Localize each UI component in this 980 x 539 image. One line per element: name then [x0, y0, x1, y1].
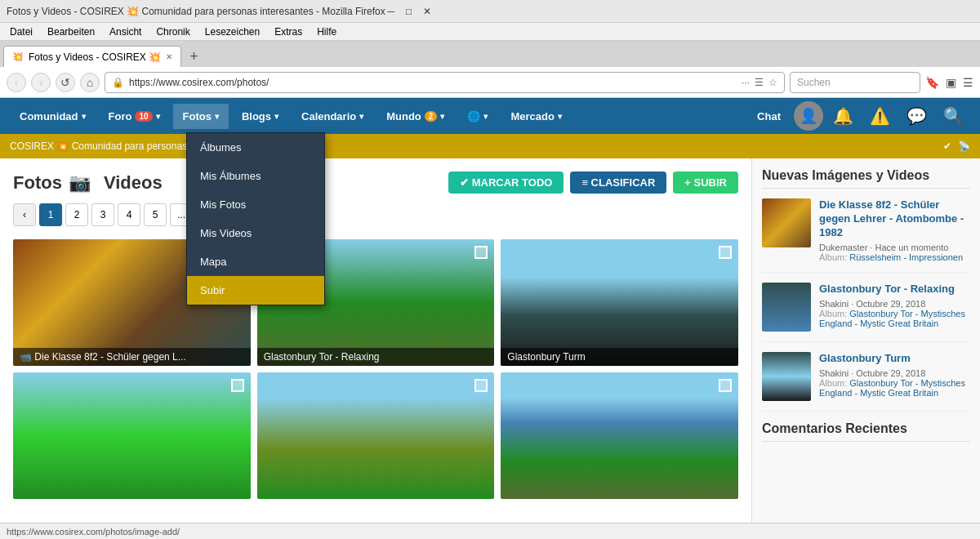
nav-chat[interactable]: Chat — [747, 104, 791, 129]
photo-item-5[interactable] — [257, 372, 495, 499]
photo-item-4[interactable] — [13, 372, 251, 499]
mark-all-button[interactable]: ✔ MARCAR TODO — [448, 172, 564, 194]
photo-checkbox-4[interactable] — [231, 379, 244, 392]
tab-bar: 💥 Fotos y Videos - COSIREX 💥 ✕ + — [0, 41, 980, 67]
dropdown-subir[interactable]: Subir — [187, 276, 324, 305]
page-title-row: Fotos 📷 Videos ✔ MARCAR TODO ≡ CLASIFICA… — [13, 172, 738, 194]
address-bar[interactable]: 🔒 https://www.cosirex.com/photos/ ··· ☰ … — [105, 72, 785, 93]
photo-label-3: Glastonbury Turm — [501, 348, 738, 366]
sidebar: Nuevas Imágenes y Videos Die Klasse 8f2 … — [751, 158, 980, 539]
nav-mundo[interactable]: Mundo 2 ▾ — [376, 104, 454, 129]
page-4-button[interactable]: 4 — [118, 203, 140, 226]
close-button[interactable]: ✕ — [421, 6, 433, 17]
nav-calendario-chevron: ▾ — [359, 112, 363, 121]
tab-close-button[interactable]: ✕ — [166, 52, 172, 61]
notification-bell-icon[interactable]: 🔔 — [826, 100, 860, 132]
sidebar-item-title-1[interactable]: Die Klasse 8f2 - Schüler gegen Lehrer - … — [819, 198, 970, 240]
sidebar-item-3: Glastonbury Turm Shakini · Octubre 29, 2… — [762, 352, 970, 412]
dropdown-mis-albumes[interactable]: Mis Álbumes — [187, 162, 324, 190]
back-button[interactable]: ‹ — [7, 73, 26, 92]
search-icon[interactable]: 🔍 — [937, 100, 970, 132]
content-area: Fotos 📷 Videos ✔ MARCAR TODO ≡ CLASIFICA… — [0, 158, 751, 539]
nav-mundo-chevron: ▾ — [440, 112, 444, 121]
menu-chronik[interactable]: Chronik — [149, 24, 196, 39]
nav-chat-label: Chat — [757, 110, 781, 122]
sidebar-item-1: Die Klasse 8f2 - Schüler gegen Lehrer - … — [762, 198, 970, 273]
photo-label-1: 📹 Die Klasse 8f2 - Schüler gegen L... — [13, 348, 251, 366]
sidebar-album-link-1[interactable]: Rüsselsheim - Impressionen — [849, 252, 963, 262]
page-prev-button[interactable]: ‹ — [13, 203, 36, 226]
menu-bearbeiten[interactable]: Bearbeiten — [41, 24, 101, 39]
page-5-button[interactable]: 5 — [144, 203, 167, 226]
warning-icon[interactable]: ⚠️ — [863, 100, 897, 132]
menu-hilfe[interactable]: Hilfe — [310, 24, 343, 39]
site-nav: Comunidad ▾ Foro 10 ▾ Fotos ▾ Blogs ▾ Ca… — [0, 98, 980, 134]
new-tab-button[interactable]: + — [183, 48, 205, 65]
photo-item-3[interactable]: Glastonbury Turm — [501, 239, 738, 366]
user-avatar[interactable]: 👤 — [794, 101, 823, 131]
sidebar-thumb-2[interactable] — [762, 283, 811, 332]
home-button[interactable]: ⌂ — [80, 73, 100, 92]
sidebar-item-title-3[interactable]: Glastonbury Turm — [819, 352, 970, 366]
check-icon[interactable]: ✔ — [943, 140, 951, 152]
nav-foro[interactable]: Foro 10 ▾ — [99, 104, 170, 129]
page-3-button[interactable]: 3 — [91, 203, 114, 226]
promo-text: COSIREX 💥 Comunidad para personas i... — [10, 140, 937, 152]
more-icon[interactable]: ··· — [742, 77, 750, 88]
rss-icon[interactable]: 📡 — [958, 140, 970, 152]
nav-comunidad[interactable]: Comunidad ▾ — [10, 104, 96, 129]
nav-blogs[interactable]: Blogs ▾ — [232, 104, 288, 129]
promo-icons: ✔ 📡 — [943, 140, 970, 152]
sidebar-item-title-2[interactable]: Glastonbury Tor - Relaxing — [819, 283, 970, 296]
nav-mercado[interactable]: Mercado ▾ — [501, 104, 571, 129]
camera-icon: 📷 — [69, 172, 91, 194]
sidebar-comments-title: Comentarios Recientes — [762, 421, 970, 442]
minimize-button[interactable]: ─ — [385, 6, 397, 17]
sidebar-meta-1: Dukemaster · Hace un momento — [819, 243, 970, 252]
nav-fotos[interactable]: Fotos ▾ — [173, 104, 229, 129]
dropdown-mis-videos[interactable]: Mis Videos — [187, 219, 324, 247]
dropdown-mis-fotos[interactable]: Mis Fotos — [187, 190, 324, 219]
menu-datei[interactable]: Datei — [3, 24, 39, 39]
bookmark-icon[interactable]: ☆ — [768, 77, 777, 88]
dropdown-mapa[interactable]: Mapa — [187, 247, 324, 276]
browser-title: Fotos y Videos - COSIREX 💥 Comunidad par… — [7, 6, 385, 17]
photo-checkbox-6[interactable] — [719, 379, 732, 392]
refresh-button[interactable]: ↺ — [56, 73, 75, 92]
ssl-icon: 🔒 — [112, 77, 124, 88]
nav-mercado-chevron: ▾ — [558, 112, 562, 121]
address-bar-row: ‹ › ↺ ⌂ 🔒 https://www.cosirex.com/photos… — [0, 67, 980, 98]
sidebar-author-1: Dukemaster — [819, 243, 867, 252]
status-bar: https://www.cosirex.com/photos/image-add… — [0, 523, 980, 539]
page-1-button[interactable]: 1 — [39, 203, 62, 226]
upload-button[interactable]: + SUBIR — [673, 172, 738, 194]
maximize-button[interactable]: □ — [403, 6, 415, 17]
window-controls[interactable]: ─ □ ✕ — [385, 6, 433, 17]
sidebar-thumb-1[interactable] — [762, 198, 811, 247]
nav-fotos-chevron: ▾ — [215, 112, 219, 121]
photo-checkbox-3[interactable] — [719, 246, 732, 259]
photo-checkbox-5[interactable] — [474, 379, 488, 392]
dropdown-albumes[interactable]: Álbumes — [187, 133, 324, 162]
chat-bubble-icon[interactable]: 💬 — [900, 100, 933, 132]
search-bar[interactable]: Suchen — [790, 72, 920, 93]
menu-extras[interactable]: Extras — [268, 24, 309, 39]
menu-icon[interactable]: ☰ — [963, 76, 973, 89]
photo-checkbox-2[interactable] — [474, 246, 488, 259]
sidebar-thumb-3[interactable] — [762, 352, 811, 401]
photo-item-6[interactable] — [501, 372, 738, 499]
sidebar-info-3: Glastonbury Turm Shakini · Octubre 29, 2… — [819, 352, 970, 401]
promo-bar: COSIREX 💥 Comunidad para personas i... ✔… — [0, 134, 980, 158]
classify-button[interactable]: ≡ CLASIFICAR — [570, 172, 666, 194]
forward-button[interactable]: › — [31, 73, 51, 92]
sidebar-album-2: Álbum: Glastonbury Tor - Mystisches Engl… — [819, 309, 970, 328]
page-2-button[interactable]: 2 — [65, 203, 88, 226]
reader-icon[interactable]: ☰ — [755, 77, 764, 88]
nav-globe[interactable]: 🌐 ▾ — [457, 104, 497, 129]
nav-calendario[interactable]: Calendario ▾ — [292, 104, 373, 129]
active-tab[interactable]: 💥 Fotos y Videos - COSIREX 💥 ✕ — [3, 46, 181, 67]
bookmarks-icon[interactable]: 🔖 — [925, 76, 939, 89]
menu-ansicht[interactable]: Ansicht — [103, 24, 148, 39]
menu-lesezeichen[interactable]: Lesezeichen — [198, 24, 266, 39]
sidebar-icon[interactable]: ▣ — [946, 76, 956, 89]
